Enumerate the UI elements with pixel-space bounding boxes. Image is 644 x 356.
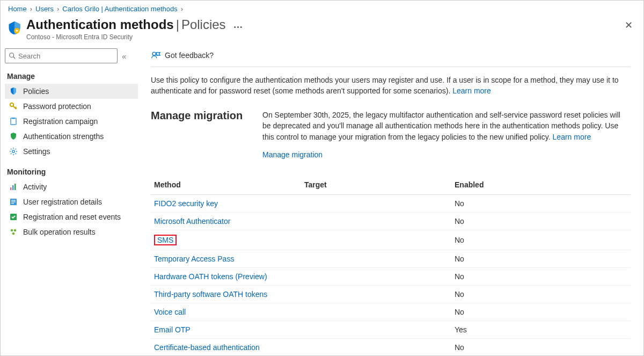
page-subtitle: Contoso - Microsoft Entra ID Security [26,33,623,41]
col-method: Method [151,176,301,195]
manage-migration-link[interactable]: Manage migration [262,150,323,159]
svg-rect-8 [10,187,12,190]
enabled-cell: No [451,250,631,268]
table-row[interactable]: SMSNo [151,230,631,250]
sidebar-item-bulk-operation-results[interactable]: Bulk operation results [5,224,138,239]
shield-icon [9,132,18,141]
table-row[interactable]: Temporary Access PassNo [151,250,631,268]
svg-rect-13 [11,201,16,202]
sidebar-item-auth-strengths[interactable]: Authentication strengths [5,129,138,144]
svg-line-3 [13,57,16,59]
svg-point-7 [12,150,14,152]
sidebar-item-policies[interactable]: Policies [5,84,138,99]
svg-point-17 [14,229,17,232]
nav-section-monitoring: Monitoring [5,164,138,179]
sidebar-item-label: Bulk operation results [23,228,96,236]
method-link[interactable]: Microsoft Authenticator [154,217,230,226]
svg-rect-5 [11,118,16,125]
migration-learn-more-link[interactable]: Learn more [553,133,591,141]
key-icon [9,102,18,111]
target-cell [301,195,451,213]
chevron-right-icon: › [30,5,32,13]
method-link[interactable]: Email OTP [154,325,191,334]
col-target: Target [301,176,451,195]
events-icon [9,213,18,221]
table-row[interactable]: Certificate-based authenticationNo [151,339,631,356]
enabled-cell: No [451,213,631,230]
table-row[interactable]: Hardware OATH tokens (Preview)No [151,268,631,286]
sidebar-item-label: Activity [23,183,47,191]
method-link[interactable]: Third-party software OATH tokens [154,290,267,299]
page-title: Authentication methods | Policies … [26,17,623,32]
enabled-cell: Yes [451,321,631,339]
gear-icon [9,147,18,156]
svg-point-19 [152,52,156,55]
method-link[interactable]: FIDO2 security key [154,199,218,208]
svg-rect-14 [11,203,14,204]
breadcrumb-users[interactable]: Users [35,5,54,13]
migration-section: Manage migration On September 30th, 2025… [151,110,631,161]
breadcrumb-user-auth[interactable]: Carlos Grilo | Authentication methods [62,5,177,13]
sidebar-item-label: Authentication strengths [23,132,104,141]
collapse-sidebar-icon[interactable]: « [122,52,126,61]
target-cell [301,286,451,303]
chevron-right-icon: › [181,5,183,13]
sidebar-item-label: Password protection [23,102,91,111]
table-row[interactable]: Microsoft AuthenticatorNo [151,213,631,230]
sidebar-item-label: User registration details [23,198,102,206]
nav-section-manage: Manage [5,69,138,84]
target-cell [301,339,451,356]
feedback-icon [151,50,160,60]
target-cell [301,250,451,268]
sidebar-item-label: Registration campaign [23,117,98,126]
table-row[interactable]: FIDO2 security keyNo [151,195,631,213]
target-cell [301,268,451,286]
table-row[interactable]: Third-party software OATH tokensNo [151,286,631,303]
bulk-icon [9,228,18,236]
svg-rect-10 [14,184,16,190]
sidebar-item-user-registration-details[interactable]: User registration details [5,194,138,209]
enabled-cell: No [451,339,631,356]
chevron-right-icon: › [57,5,59,13]
sidebar-item-label: Policies [23,87,49,96]
target-cell [301,213,451,230]
page-title-sep: | [176,17,179,32]
search-input-wrapper[interactable] [5,48,118,63]
methods-table: Method Target Enabled FIDO2 security key… [151,176,631,356]
sidebar-item-password-protection[interactable]: Password protection [5,99,138,114]
method-link[interactable]: Hardware OATH tokens (Preview) [154,272,267,281]
sidebar-item-activity[interactable]: Activity [5,179,138,194]
method-link[interactable]: Temporary Access Pass [154,255,234,263]
highlight-box: SMS [154,235,177,245]
target-cell [301,321,451,339]
sidebar-item-registration-reset-events[interactable]: Registration and reset events [5,209,138,224]
method-link[interactable]: SMS [157,236,173,244]
svg-rect-12 [11,200,16,201]
feedback-button[interactable]: Got feedback? [151,45,631,67]
enabled-cell: No [451,286,631,303]
target-cell [301,303,451,321]
feedback-label: Got feedback? [165,51,214,60]
policies-icon [9,87,18,96]
method-link[interactable]: Certificate-based authentication [154,343,260,352]
close-button[interactable]: ✕ [623,17,635,33]
svg-rect-6 [12,118,15,119]
learn-more-link[interactable]: Learn more [452,86,491,95]
migration-heading: Manage migration [151,110,247,161]
breadcrumb-home[interactable]: Home [8,5,27,13]
search-input[interactable] [18,52,114,60]
table-row[interactable]: Email OTPYes [151,321,631,339]
sidebar-item-registration-campaign[interactable]: Registration campaign [5,114,138,129]
method-link[interactable]: Voice call [154,308,186,316]
sidebar-item-settings[interactable]: Settings [5,144,138,159]
more-icon[interactable]: … [233,19,244,31]
col-enabled: Enabled [451,176,631,195]
page-header: Authentication methods | Policies … Cont… [1,15,643,45]
auth-methods-icon [7,20,22,35]
svg-point-2 [10,53,14,57]
clipboard-icon [9,117,18,126]
target-cell [301,230,451,250]
enabled-cell: No [451,195,631,213]
page-title-main: Authentication methods [26,17,174,32]
table-row[interactable]: Voice callNo [151,303,631,321]
